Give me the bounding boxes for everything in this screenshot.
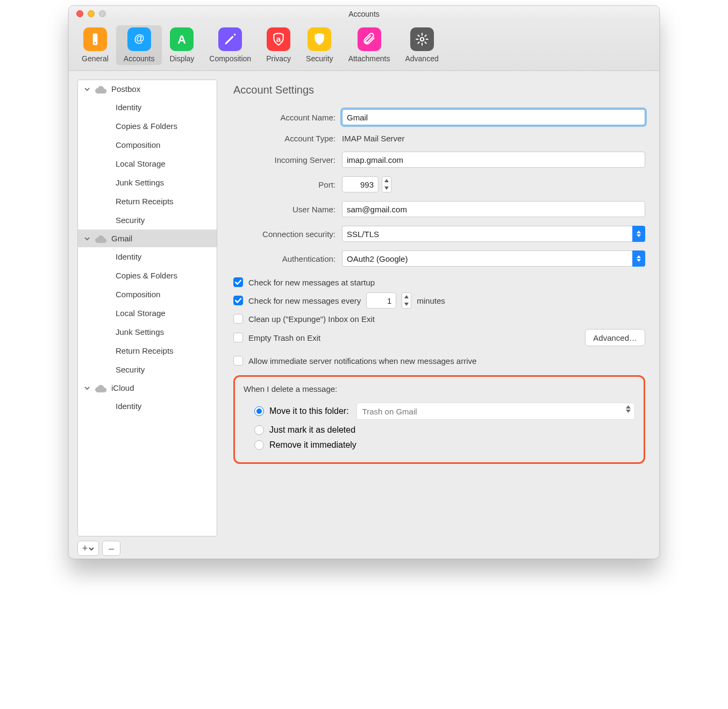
minimize-window-button[interactable] bbox=[88, 10, 95, 17]
svg-marker-10 bbox=[637, 255, 641, 258]
toolbar-composition[interactable]: Composition bbox=[202, 25, 259, 65]
display-icon: A bbox=[170, 27, 194, 51]
incoming-server-input[interactable] bbox=[342, 152, 645, 168]
svg-marker-6 bbox=[384, 179, 389, 182]
toolbar-label: Composition bbox=[209, 54, 251, 63]
sidebar-item-identity[interactable]: Identity bbox=[78, 247, 217, 266]
sidebar-item-identity[interactable]: Identity bbox=[78, 397, 217, 416]
sidebar-item-security[interactable]: Security bbox=[78, 360, 217, 379]
add-account-button[interactable]: + bbox=[77, 541, 99, 556]
remove-account-button[interactable]: – bbox=[102, 541, 120, 556]
cloud-icon bbox=[95, 234, 107, 243]
sidebar-account-gmail[interactable]: Gmail bbox=[78, 230, 217, 247]
accounts-icon: @ bbox=[127, 27, 151, 51]
sidebar-item-return-receipts[interactable]: Return Receipts bbox=[78, 341, 217, 360]
prefs-toolbar: General@AccountsADisplayCompositionaPriv… bbox=[69, 22, 659, 71]
main-panel: Account Settings Account Name: Account T… bbox=[217, 71, 659, 556]
sidebar-item-copies-folders[interactable]: Copies & Folders bbox=[78, 117, 217, 135]
authentication-label: Authentication: bbox=[233, 254, 336, 263]
svg-marker-15 bbox=[626, 410, 631, 413]
delete-heading: When I delete a message: bbox=[244, 384, 635, 393]
delete-mark-label: Just mark it as deleted bbox=[269, 425, 355, 435]
username-label: User Name: bbox=[233, 205, 336, 214]
username-input[interactable] bbox=[342, 201, 645, 217]
sidebar-item-local-storage[interactable]: Local Storage bbox=[78, 154, 217, 173]
check-every-checkbox[interactable] bbox=[233, 296, 243, 305]
chevron-down-icon[interactable] bbox=[83, 384, 91, 392]
sidebar-account-label: Gmail bbox=[111, 234, 132, 243]
toolbar-display[interactable]: ADisplay bbox=[162, 25, 202, 65]
chevron-down-icon bbox=[89, 543, 94, 553]
sidebar-item-security[interactable]: Security bbox=[78, 211, 217, 230]
account-name-label: Account Name: bbox=[233, 113, 336, 122]
sidebar-item-local-storage[interactable]: Local Storage bbox=[78, 304, 217, 323]
advanced-button[interactable]: Advanced… bbox=[585, 329, 645, 346]
stepper-up-icon[interactable] bbox=[402, 293, 411, 300]
toolbar-accounts[interactable]: @Accounts bbox=[116, 25, 162, 65]
chevron-down-icon[interactable] bbox=[83, 85, 91, 93]
chevron-down-icon[interactable] bbox=[83, 235, 91, 242]
sidebar-item-copies-folders[interactable]: Copies & Folders bbox=[78, 266, 217, 285]
idle-label: Allow immediate server notifications whe… bbox=[248, 356, 476, 366]
account-name-input[interactable] bbox=[342, 109, 645, 125]
general-icon bbox=[83, 27, 107, 51]
sidebar-account-icloud[interactable]: iCloud bbox=[78, 379, 217, 397]
sidebar-item-return-receipts[interactable]: Return Receipts bbox=[78, 192, 217, 211]
stepper-up-icon[interactable] bbox=[382, 177, 391, 184]
check-every-stepper[interactable] bbox=[402, 292, 411, 309]
toolbar-advanced[interactable]: Advanced bbox=[397, 25, 446, 65]
check-startup-label: Check for new messages at startup bbox=[248, 278, 375, 287]
svg-text:a: a bbox=[276, 34, 281, 44]
toolbar-attachments[interactable]: Attachments bbox=[341, 25, 398, 65]
select-caret-icon bbox=[632, 250, 645, 267]
expunge-checkbox[interactable] bbox=[233, 314, 243, 324]
titlebar: Accounts bbox=[69, 6, 659, 22]
check-startup-checkbox[interactable] bbox=[233, 277, 243, 287]
zoom-window-button[interactable] bbox=[99, 10, 106, 17]
toolbar-label: General bbox=[82, 54, 109, 63]
check-every-label-pre: Check for new messages every bbox=[248, 296, 361, 305]
delete-move-radio[interactable] bbox=[254, 406, 264, 416]
authentication-select[interactable] bbox=[342, 250, 645, 267]
svg-marker-13 bbox=[404, 303, 409, 306]
port-label: Port: bbox=[233, 180, 336, 189]
port-input[interactable] bbox=[342, 176, 379, 192]
stepper-down-icon[interactable] bbox=[402, 300, 411, 308]
port-stepper[interactable] bbox=[382, 176, 391, 192]
accounts-window: Accounts General@AccountsADisplayComposi… bbox=[68, 5, 660, 559]
delete-remove-radio[interactable] bbox=[254, 440, 264, 450]
select-caret-icon bbox=[632, 226, 645, 242]
idle-checkbox[interactable] bbox=[233, 356, 243, 366]
sidebar-account-postbox[interactable]: Postbox bbox=[78, 80, 217, 98]
sidebar-item-junk-settings[interactable]: Junk Settings bbox=[78, 173, 217, 192]
delete-mark-radio[interactable] bbox=[254, 425, 264, 435]
delete-folder-select[interactable] bbox=[356, 403, 635, 420]
connection-security-select[interactable] bbox=[342, 226, 645, 242]
close-window-button[interactable] bbox=[76, 10, 83, 17]
svg-point-5 bbox=[420, 38, 424, 41]
sidebar-item-composition[interactable]: Composition bbox=[78, 285, 217, 304]
account-type-label: Account Type: bbox=[233, 134, 336, 143]
svg-point-1 bbox=[94, 42, 96, 44]
svg-text:@: @ bbox=[134, 32, 144, 44]
window-title: Accounts bbox=[69, 6, 659, 22]
accounts-sidebar[interactable]: PostboxIdentityCopies & FoldersCompositi… bbox=[77, 80, 217, 536]
sidebar-item-composition[interactable]: Composition bbox=[78, 135, 217, 154]
sidebar-account-label: iCloud bbox=[111, 383, 134, 392]
advanced-icon bbox=[410, 27, 434, 51]
sidebar-item-identity[interactable]: Identity bbox=[78, 98, 217, 117]
expunge-label: Clean up ("Expunge") Inbox on Exit bbox=[248, 314, 375, 324]
check-every-value[interactable] bbox=[366, 292, 396, 309]
stepper-down-icon[interactable] bbox=[382, 184, 391, 192]
svg-marker-9 bbox=[637, 234, 641, 237]
empty-trash-label: Empty Trash on Exit bbox=[248, 333, 320, 342]
sidebar-item-junk-settings[interactable]: Junk Settings bbox=[78, 323, 217, 341]
empty-trash-checkbox[interactable] bbox=[233, 333, 243, 342]
updown-caret-icon bbox=[626, 405, 631, 413]
toolbar-security[interactable]: Security bbox=[298, 25, 341, 65]
toolbar-privacy[interactable]: aPrivacy bbox=[259, 25, 298, 65]
svg-text:A: A bbox=[178, 33, 187, 46]
svg-marker-7 bbox=[384, 187, 389, 190]
toolbar-general[interactable]: General bbox=[74, 25, 116, 65]
incoming-server-label: Incoming Server: bbox=[233, 155, 336, 164]
